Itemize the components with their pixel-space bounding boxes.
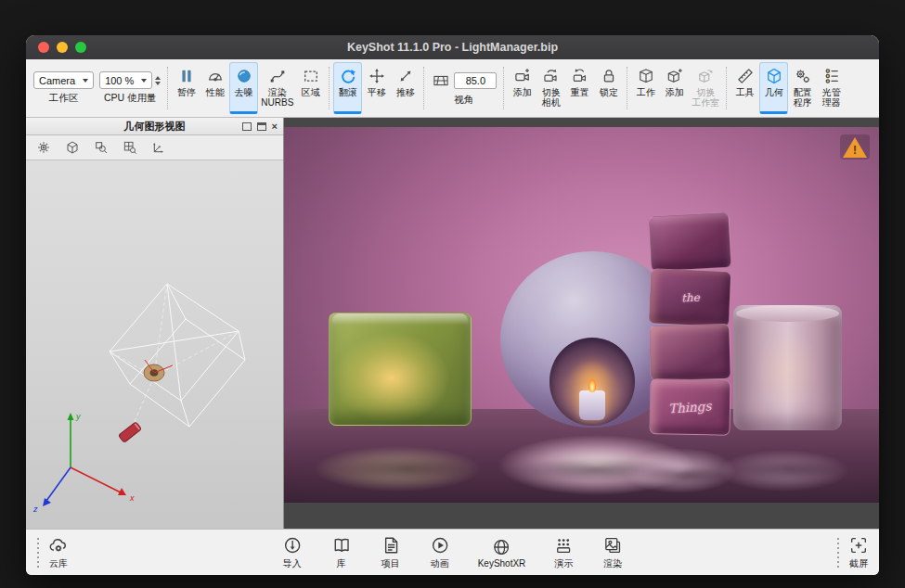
add-camera-button[interactable]: 添加 — [508, 62, 537, 114]
project-label: 项目 — [381, 557, 400, 570]
keyshotxr-icon — [490, 536, 512, 557]
region-label: 区域 — [302, 88, 320, 98]
screenshot-button[interactable]: 截屏 — [847, 535, 870, 570]
titlebar[interactable]: KeyShot 11.1.0 Pro - LightManager.bip — [26, 35, 879, 59]
close-button[interactable] — [38, 42, 49, 53]
toolbar-drag-handle[interactable] — [837, 538, 839, 568]
geometry-panel-header[interactable]: 几何图形视图 × — [26, 118, 283, 135]
switch-camera-icon — [541, 66, 562, 86]
svg-text:z: z — [32, 505, 38, 514]
lock-icon — [599, 66, 619, 86]
toolbar-separator — [423, 67, 424, 109]
panel-maximize-button[interactable] — [257, 122, 266, 131]
cpu-group: 100 % CPU 使用量 — [97, 71, 163, 105]
denoise-button[interactable]: 去噪 — [229, 62, 258, 114]
render-view[interactable]: the Things ! — [284, 127, 879, 503]
studio-button[interactable]: 工作 — [631, 62, 660, 114]
render-button[interactable]: 渲染 — [601, 535, 624, 570]
tumble-icon — [338, 66, 358, 86]
performance-button[interactable]: 性能 — [200, 62, 229, 114]
tumble-label: 翻滚 — [339, 88, 357, 98]
zoom-button[interactable] — [75, 42, 86, 53]
cloud-library-button[interactable]: 云库 — [47, 535, 70, 570]
panel-float-button[interactable] — [242, 122, 252, 131]
ruler-icon — [735, 66, 756, 86]
realtime-viewport: the Things ! — [284, 118, 879, 529]
denoise-label: 去噪 — [235, 88, 253, 98]
grid-zoom-icon[interactable] — [122, 140, 137, 156]
perspective-grid-icon — [431, 70, 451, 91]
chevron-down-icon — [141, 79, 147, 83]
gear-icon[interactable] — [35, 140, 51, 156]
fov-group: 视角 — [428, 70, 499, 107]
cpu-stepper[interactable] — [155, 76, 161, 85]
svg-text:y: y — [75, 412, 81, 421]
lock-camera-button[interactable]: 锁定 — [594, 62, 623, 114]
fov-input[interactable] — [454, 72, 497, 89]
minimize-button[interactable] — [57, 42, 68, 53]
switch-studio-button[interactable]: 切换工作室 — [689, 62, 722, 114]
keyshot-window: KeyShot 11.1.0 Pro - LightManager.bip Ca… — [26, 35, 879, 575]
add-camera-label: 添加 — [513, 88, 532, 98]
cloud-library-label: 云库 — [49, 557, 68, 570]
lock-label: 锁定 — [600, 88, 618, 98]
animation-label: 动画 — [431, 557, 449, 570]
pause-icon — [176, 66, 197, 86]
region-button[interactable]: 区域 — [296, 62, 325, 114]
add-studio-icon — [665, 66, 685, 86]
reset-camera-button[interactable]: 重置 — [565, 62, 594, 114]
performance-icon — [205, 66, 226, 86]
switch-studio-label: 切换工作室 — [692, 88, 719, 108]
studio-label: 工作 — [637, 88, 655, 98]
presentation-button[interactable]: 演示 — [552, 535, 575, 570]
denoise-icon — [234, 66, 254, 86]
add-studio-button[interactable]: 添加 — [660, 62, 689, 114]
dolly-icon — [395, 66, 416, 86]
dolly-label: 推移 — [396, 88, 415, 98]
presentation-icon — [552, 535, 575, 556]
configurator-button[interactable]: 配置程序 — [788, 62, 817, 114]
bottom-toolbar-right: 截屏 — [835, 535, 870, 570]
zoom-select-icon[interactable] — [93, 140, 109, 156]
switch-camera-button[interactable]: 切换相机 — [537, 62, 565, 114]
pan-button[interactable]: 平移 — [362, 62, 391, 114]
render-nurbs-label: 渲染NURBS — [261, 88, 293, 108]
panel-close-button[interactable]: × — [272, 122, 278, 131]
animation-button[interactable]: 动画 — [429, 535, 451, 570]
panel-window-controls: × — [242, 122, 283, 131]
geometry-view-button[interactable]: 几何 — [759, 62, 788, 114]
workspace-label: 工作区 — [49, 92, 79, 105]
performance-label: 性能 — [206, 88, 225, 98]
toolbar-separator — [726, 67, 727, 109]
cube-icon[interactable] — [64, 140, 80, 156]
move-axes-icon[interactable] — [150, 140, 166, 156]
red-cylinder — [118, 422, 141, 443]
dolly-button[interactable]: 推移 — [391, 62, 420, 114]
tools-button[interactable]: 工具 — [730, 62, 759, 114]
cpu-usage-dropdown[interactable]: 100 % — [99, 71, 152, 89]
workspace-dropdown[interactable]: Camera — [33, 71, 94, 89]
geometry-viewport[interactable]: y x z — [26, 160, 283, 529]
toolbar-drag-handle[interactable] — [37, 538, 39, 568]
render-nurbs-button[interactable]: 渲染NURBS — [258, 62, 296, 114]
project-button[interactable]: 项目 — [380, 535, 402, 570]
tumble-button[interactable]: 翻滚 — [333, 62, 362, 114]
render-icon — [601, 535, 624, 556]
screenshot-icon — [847, 535, 870, 556]
switch-studio-icon — [695, 66, 716, 86]
library-button[interactable]: 库 — [330, 535, 353, 570]
reset-camera-label: 重置 — [571, 88, 589, 98]
pause-button[interactable]: 暂停 — [172, 62, 200, 114]
fov-label: 视角 — [454, 94, 473, 107]
library-icon — [330, 535, 353, 556]
keyshotxr-button[interactable]: KeyShotXR — [478, 536, 526, 569]
switch-camera-label: 切换相机 — [542, 88, 561, 108]
light-manager-button[interactable]: 光管理器 — [817, 62, 846, 114]
import-button[interactable]: 导入 — [281, 535, 304, 570]
cloud-library-icon — [47, 535, 70, 556]
main-area: 几何图形视图 × — [26, 118, 879, 529]
toolbar-separator — [503, 67, 504, 109]
library-label: 库 — [337, 557, 346, 570]
cpu-usage-label: CPU 使用量 — [104, 92, 157, 105]
warning-badge[interactable]: ! — [840, 134, 870, 160]
